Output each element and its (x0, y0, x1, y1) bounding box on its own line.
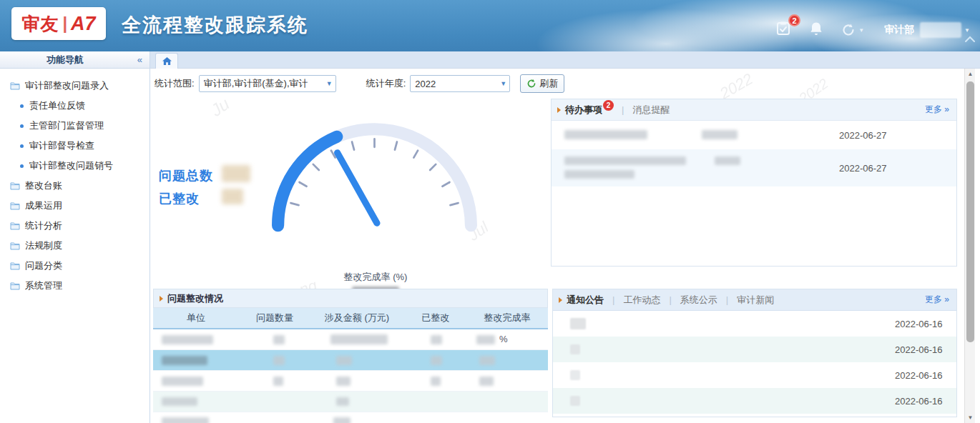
sidebar-nav: 审计部整改问题录入 责任单位反馈 主管部门监督管理 审计部督导检查 审计部整改问… (0, 69, 150, 296)
cell-redacted (162, 417, 209, 423)
sidebar-item-problem-category[interactable]: 问题分类 (0, 256, 150, 276)
logo-text-en: A7 (71, 13, 96, 35)
cell-redacted (273, 356, 285, 365)
col-header-rectified: 已整改 (403, 312, 468, 324)
cell-redacted (336, 377, 351, 386)
chevron-down-icon: ▼ (498, 80, 506, 87)
sidebar-collapse-icon[interactable]: « (130, 54, 150, 65)
refresh-caret-icon[interactable]: ▼ (858, 27, 864, 34)
table-panel-title: 问题整改情况 (167, 292, 223, 305)
tab-todo-items[interactable]: 待办事项 (565, 104, 602, 116)
bullet-icon (20, 104, 24, 108)
todo-tab-badge: 2 (603, 100, 614, 111)
tasks-icon[interactable]: 2 (775, 21, 791, 39)
sidebar-item-regulations[interactable]: 法规制度 (0, 236, 150, 256)
folder-icon (10, 262, 20, 270)
col-header-unit: 单位 (153, 312, 239, 324)
cell-redacted (479, 356, 495, 365)
tab-bar (150, 51, 980, 69)
table-panel-header: 问题整改情况 (153, 289, 548, 308)
cell-redacted (479, 377, 494, 386)
tab-divider: | (726, 294, 728, 305)
tab-notices[interactable]: 通知公告 (567, 294, 604, 307)
vertical-scrollbar[interactable]: ▲ ▼ (964, 69, 975, 423)
notice-list-item[interactable]: 2022-06-16 (553, 362, 956, 388)
notice-list-item[interactable]: 2022-06-16 (553, 311, 956, 337)
year-select[interactable]: 2022 ▼ (410, 75, 510, 92)
todo-item-text-redacted (715, 156, 740, 165)
notice-panel-header: 通知公告 | 工作动态 | 系统公示 | 审计新闻 更多 » (553, 289, 956, 311)
todo-count-badge: 2 (788, 14, 800, 26)
sidebar-item-dept-supervision[interactable]: 主管部门监督管理 (0, 116, 150, 136)
cell-redacted (431, 356, 442, 365)
scroll-down-arrow-icon[interactable]: ▼ (965, 412, 976, 423)
tab-audit-news[interactable]: 审计新闻 (737, 294, 774, 307)
todo-item-date: 2022-06-27 (839, 130, 887, 141)
todo-list-item[interactable]: 2022-06-27 (552, 149, 956, 186)
sidebar-item-statistics[interactable]: 统计分析 (0, 216, 150, 236)
todo-more-link[interactable]: 更多 » (925, 104, 949, 116)
cell-redacted (330, 334, 388, 344)
tab-home[interactable] (155, 53, 178, 69)
sidebar-item-label: 法规制度 (25, 239, 62, 252)
brand-logo: 审友 | A7 (11, 7, 106, 40)
sidebar-item-results-use[interactable]: 成果运用 (0, 196, 150, 216)
collapse-header-chevron-icon[interactable] (964, 33, 976, 46)
scope-select[interactable]: 审计部,审计部(基金),审计 ▼ (199, 75, 336, 92)
filter-bar: 统计范围: 审计部,审计部(基金),审计 ▼ 统计年度: 2022 ▼ 刷新 (155, 74, 564, 93)
gauge-chart (252, 103, 497, 250)
table-row-selected[interactable] (153, 350, 548, 371)
chevron-down-icon: ▼ (324, 80, 333, 87)
notice-list-item[interactable]: 2022-06-16 (553, 337, 956, 362)
table-row[interactable] (153, 392, 548, 412)
folder-icon (10, 201, 20, 210)
sidebar: 功能导航 « 审计部整改问题录入 责任单位反馈 主管部门监督管理 审计部督导检查 (0, 51, 150, 423)
refresh-icon[interactable]: ▼ (841, 23, 864, 37)
notice-item-text-redacted (570, 318, 586, 329)
cell-redacted (333, 417, 351, 423)
todo-item-text-redacted (564, 156, 686, 165)
tab-message-reminders[interactable]: 消息提醒 (632, 104, 670, 116)
cell-redacted (431, 335, 442, 344)
refresh-button[interactable]: 刷新 (520, 74, 564, 93)
table-column-headers: 单位 问题数量 涉及金额 (万元) 已整改 整改完成率 (153, 308, 548, 329)
table-row[interactable] (153, 412, 548, 423)
scroll-up-arrow-icon[interactable]: ▲ (965, 69, 976, 79)
cell-redacted (476, 335, 495, 344)
folder-icon (10, 222, 20, 230)
sidebar-item-problem-closure[interactable]: 审计部整改问题销号 (0, 156, 150, 176)
table-row[interactable]: % (153, 329, 548, 350)
folder-icon (10, 282, 20, 290)
cell-redacted (162, 397, 197, 406)
cell-redacted (162, 356, 207, 365)
table-row[interactable] (153, 371, 548, 392)
username-redacted[interactable] (920, 22, 961, 38)
notice-list-item[interactable]: 2022-06-16 (553, 388, 956, 414)
col-header-amount: 涉及金额 (万元) (310, 312, 403, 324)
sidebar-item-ledger[interactable]: 整改台账 (0, 176, 150, 196)
sidebar-item-system-admin[interactable]: 系统管理 (0, 276, 150, 296)
rate-percent-suffix: % (499, 334, 508, 344)
todo-item-date: 2022-06-27 (839, 163, 887, 174)
tab-divider: | (669, 294, 671, 305)
sidebar-item-problem-entry[interactable]: 审计部整改问题录入 (0, 76, 150, 96)
notice-item-text-redacted (570, 370, 580, 380)
col-header-rate: 整改完成率 (468, 312, 547, 324)
sidebar-item-label: 主管部门监督管理 (29, 119, 104, 132)
notice-item-date: 2022-06-16 (895, 370, 943, 381)
todo-list-item[interactable]: 2022-06-27 (552, 121, 956, 149)
gauge-section: 问题总数 已整改 (150, 97, 548, 284)
cell-redacted (273, 377, 283, 386)
tab-divider: | (622, 104, 624, 115)
sidebar-item-audit-inspection[interactable]: 审计部督导检查 (0, 136, 150, 156)
notice-more-link[interactable]: 更多 » (925, 294, 949, 306)
tab-work-updates[interactable]: 工作动态 (623, 294, 660, 307)
todo-panel-header: 待办事项 2 | 消息提醒 更多 » (552, 99, 956, 121)
sidebar-item-unit-feedback[interactable]: 责任单位反馈 (0, 96, 150, 116)
sidebar-item-label: 审计部整改问题录入 (25, 79, 109, 92)
scrollbar-thumb[interactable] (966, 81, 974, 342)
notifications-bell-icon[interactable] (810, 21, 823, 39)
tab-system-announcements[interactable]: 系统公示 (680, 294, 717, 307)
department-label: 审计部 (884, 24, 914, 36)
todo-item-text-redacted (564, 170, 634, 179)
